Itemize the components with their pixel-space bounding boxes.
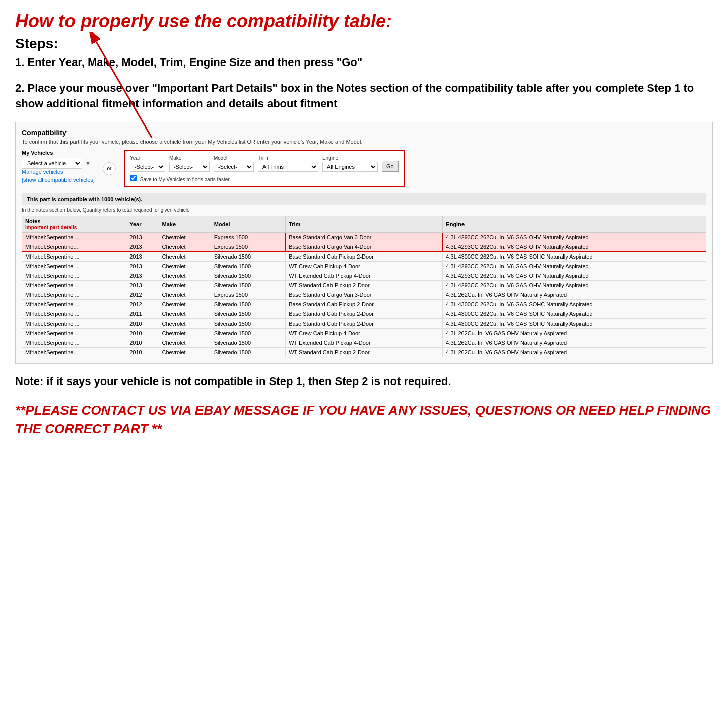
col-engine: Engine [443,216,706,232]
table-cell-1: 2013 [126,232,159,242]
table-cell-1: 2010 [126,347,159,357]
table-header-row: Notes Important part details Year Make M… [22,216,706,232]
table-row: Mfrlabel:Serpentine ...2012ChevroletExpr… [22,290,706,299]
table-cell-3: Silverado 1500 [211,280,285,290]
model-label: Model [214,155,254,161]
table-cell-3: Silverado 1500 [211,309,285,318]
table-cell-1: 2010 [126,328,159,338]
table-cell-4: Base Standard Cab Pickup 2-Door [286,318,443,328]
table-cell-1: 2011 [126,309,159,318]
table-cell-5: 4.3L 4293CC 262Cu. In. V6 GAS OHV Natura… [443,242,706,251]
table-cell-0: Mfrlabel:Serpentine ... [22,318,126,328]
contact-text: **PLEASE CONTACT US VIA EBAY MESSAGE IF … [15,401,713,438]
table-cell-4: WT Crew Cab Pickup 4-Door [286,261,443,271]
model-select[interactable]: -Select- [214,162,254,172]
vehicles-search-section: My Vehicles Select a vehicle ▼ Manage ve… [22,150,706,188]
arrow-indicator [81,32,162,143]
save-checkbox-row: Save to My Vehicles to finds parts faste… [130,175,399,182]
table-cell-2: Chevrolet [159,232,211,242]
table-cell-4: Base Standard Cab Pickup 2-Door [286,309,443,318]
engine-select[interactable]: All Engines [322,162,378,172]
table-row: Mfrlabel:Serpentine ...2013ChevroletSilv… [22,261,706,271]
table-cell-0: Mfrlabel:Serpentine ... [22,261,126,271]
table-cell-5: 4.3L 4300CC 262Cu. In. V6 GAS SOHC Natur… [443,309,706,318]
col-trim: Trim [286,216,443,232]
trim-field: Trim All Trims [258,155,318,172]
table-cell-1: 2013 [126,251,159,261]
table-cell-0: Mfrlabel:Serpentine ... [22,309,126,318]
table-cell-4: WT Extended Cab Pickup 4-Door [286,338,443,347]
table-row: Mfrlabel:Serpentine...2010ChevroletSilve… [22,347,706,357]
table-cell-2: Chevrolet [159,261,211,271]
select-vehicle-wrapper: Select a vehicle ▼ [22,158,95,169]
table-cell-2: Chevrolet [159,251,211,261]
compatibility-section: Compatibility To confirm that this part … [15,122,713,364]
table-cell-3: Silverado 1500 [211,347,285,357]
table-cell-3: Express 1500 [211,290,285,299]
table-cell-5: 4.3L 4293CC 262Cu. In. V6 GAS OHV Natura… [443,261,706,271]
ymme-section: Year -Select- Make -Select- Model -Selec… [124,150,405,187]
table-row: Mfrlabel:Serpentine ...2013ChevroletExpr… [22,232,706,242]
table-cell-0: Mfrlabel:Serpentine... [22,347,126,357]
table-header: Notes Important part details Year Make M… [22,216,706,232]
table-cell-2: Chevrolet [159,242,211,251]
engine-field: Engine All Engines [322,155,378,172]
table-cell-4: Base Standard Cargo Van 3-Door [286,290,443,299]
table-cell-1: 2013 [126,261,159,271]
table-cell-0: Mfrlabel:Serpentine ... [22,280,126,290]
table-cell-4: WT Crew Cab Pickup 4-Door [286,328,443,338]
save-label: Save to My Vehicles to finds parts faste… [140,177,230,182]
table-cell-5: 4.3L 4300CC 262Cu. In. V6 GAS SOHC Natur… [443,299,706,309]
table-cell-5: 4.3L 4293CC 262Cu. In. V6 GAS OHV Natura… [443,232,706,242]
engine-label: Engine [322,155,378,161]
col-model: Model [211,216,285,232]
dropdown-arrow: ▼ [85,160,91,166]
make-select[interactable]: -Select- [169,162,210,172]
svg-line-1 [96,42,152,138]
table-cell-5: 4.3L 262Cu. In. V6 GAS OHV Naturally Asp… [443,338,706,347]
table-row: Mfrlabel:Serpentine ...2013ChevroletSilv… [22,280,706,290]
table-row: Mfrlabel:Serpentine ...2010ChevroletSilv… [22,338,706,347]
note-text: Note: if it says your vehicle is not com… [15,374,713,390]
table-cell-1: 2013 [126,280,159,290]
table-cell-0: Mfrlabel:Serpentine ... [22,299,126,309]
table-cell-0: Mfrlabel:Serpentine ... [22,338,126,347]
go-button[interactable]: Go [382,161,399,172]
table-cell-2: Chevrolet [159,347,211,357]
table-cell-1: 2013 [126,271,159,280]
table-cell-5: 4.3L 262Cu. In. V6 GAS OHV Naturally Asp… [443,328,706,338]
model-field: Model -Select- [214,155,254,172]
table-cell-4: WT Standard Cab Pickup 2-Door [286,280,443,290]
manage-vehicles-link[interactable]: Manage vehicles [22,169,95,175]
table-cell-2: Chevrolet [159,338,211,347]
table-cell-2: Chevrolet [159,299,211,309]
trim-label: Trim [258,155,318,161]
table-cell-5: 4.3L 4300CC 262Cu. In. V6 GAS SOHC Natur… [443,318,706,328]
table-cell-5: 4.3L 4300CC 262Cu. In. V6 GAS SOHC Natur… [443,251,706,261]
or-divider: or [103,162,116,175]
table-cell-3: Silverado 1500 [211,251,285,261]
table-row: Mfrlabel:Serpentine ...2012ChevroletSilv… [22,299,706,309]
table-cell-1: 2012 [126,290,159,299]
table-cell-0: Mfrlabel:Serpentine ... [22,328,126,338]
table-cell-5: 4.3L 262Cu. In. V6 GAS OHV Naturally Asp… [443,347,706,357]
col-make: Make [159,216,211,232]
save-checkbox[interactable] [130,175,137,181]
year-field: Year -Select- [130,155,165,172]
table-cell-3: Silverado 1500 [211,261,285,271]
select-vehicle-dropdown[interactable]: Select a vehicle [22,158,82,169]
compatible-count-bar: This part is compatible with 1000 vehicl… [22,193,706,205]
table-cell-2: Chevrolet [159,290,211,299]
show-all-link[interactable]: [show all compatible vehicles] [22,177,95,183]
trim-select[interactable]: All Trims [258,162,318,172]
table-cell-4: Base Standard Cab Pickup 2-Door [286,299,443,309]
table-cell-3: Silverado 1500 [211,338,285,347]
table-cell-2: Chevrolet [159,271,211,280]
page-main-title: How to properly use the compatibility ta… [15,10,713,32]
year-select[interactable]: -Select- [130,162,165,172]
table-cell-4: WT Extended Cab Pickup 4-Door [286,271,443,280]
table-row: Mfrlabel:Serpentine ...2011ChevroletSilv… [22,309,706,318]
table-cell-0: Mfrlabel:Serpentine ... [22,251,126,261]
make-label: Make [169,155,210,161]
table-row: Mfrlabel:Serpentine ...2013ChevroletSilv… [22,251,706,261]
